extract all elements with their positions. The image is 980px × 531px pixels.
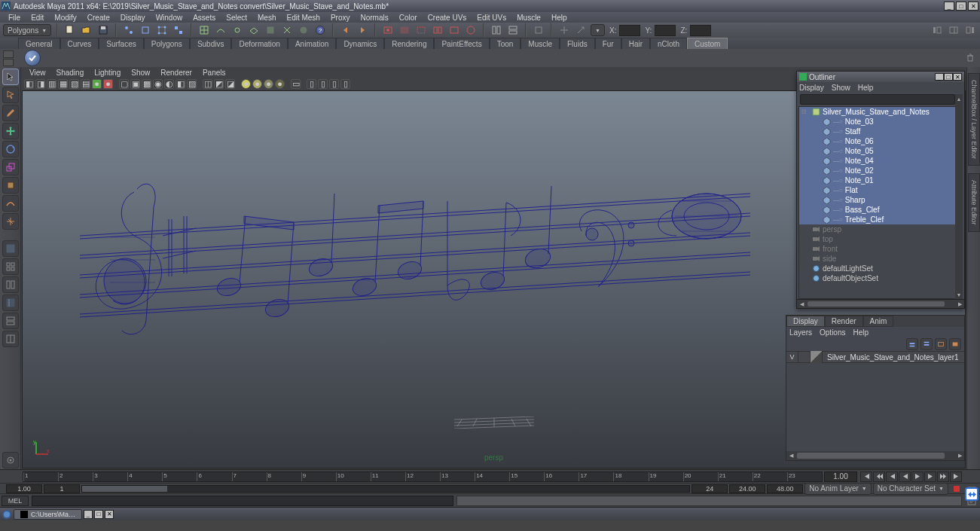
outliner-list[interactable]: ⊟Silver_Music_Stave_and_Notes—○ Note_03—… xyxy=(798,106,957,299)
relative-transform-icon[interactable] xyxy=(574,23,588,37)
outliner-title-bar[interactable]: Outliner _ □ ✕ xyxy=(797,72,964,82)
expand-toggle-icon[interactable]: ⊟ xyxy=(801,108,808,115)
menu-set-dropdown[interactable]: Polygons▼ xyxy=(3,24,51,36)
layer-row[interactable]: V Silver_Music_Stave_and_Notes_layer1 xyxy=(786,351,964,363)
panel-grease-icon[interactable]: ▧ xyxy=(69,79,79,89)
outliner-item[interactable]: persp xyxy=(799,224,956,234)
layout2-icon[interactable] xyxy=(506,23,520,37)
two-side-layout[interactable] xyxy=(2,276,19,293)
y-input[interactable] xyxy=(655,25,676,36)
current-time-input[interactable] xyxy=(824,471,857,482)
snap-plane-icon[interactable] xyxy=(247,23,261,37)
select-object-icon[interactable] xyxy=(139,23,152,37)
close-button[interactable]: ✕ xyxy=(968,2,978,11)
panel-wireframe-icon[interactable]: ▢ xyxy=(119,79,129,89)
panel-grid-icon[interactable]: ▤ xyxy=(81,79,90,89)
snap-live-icon[interactable] xyxy=(264,23,277,37)
z-input[interactable] xyxy=(690,25,711,36)
play-forward-button[interactable] xyxy=(911,471,924,482)
step-forward-key-button[interactable] xyxy=(937,471,949,482)
panel-menu-panels[interactable]: Panels xyxy=(197,69,231,77)
panel-menu-lighting[interactable]: Lighting xyxy=(89,69,126,77)
outliner-menu-display[interactable]: Display xyxy=(799,84,824,92)
step-back-key-button[interactable] xyxy=(873,471,885,482)
range-end-inner-input[interactable] xyxy=(691,484,728,493)
select-hierarchy-icon[interactable] xyxy=(122,23,136,37)
outliner-item[interactable]: —○ Flat xyxy=(799,185,956,195)
transform-mode-dropdown[interactable]: ▼ xyxy=(591,24,605,36)
layer-type-toggle[interactable] xyxy=(798,351,811,363)
range-start-inner-input[interactable] xyxy=(44,484,80,493)
layer-hscrollbar[interactable]: ◀ ▶ xyxy=(786,451,964,460)
render-view-icon[interactable] xyxy=(447,23,461,37)
attribute-editor-tab[interactable]: Attribute Editor xyxy=(968,173,980,232)
outliner-item[interactable]: —○ Sharp xyxy=(799,195,956,205)
panel-cam1-icon[interactable]: ▯ xyxy=(307,79,316,89)
range-end-outer-input[interactable] xyxy=(729,484,765,493)
shelf-tab-subdivs[interactable]: Subdivs xyxy=(190,38,232,49)
panel-wire-shaded-icon[interactable]: ◪ xyxy=(225,79,235,89)
panel-smooth-icon[interactable]: ▣ xyxy=(130,79,140,89)
panel-menu-view[interactable]: View xyxy=(24,69,51,77)
panel-sel-hilite-icon[interactable]: ◩ xyxy=(214,79,224,89)
panel-shadows-icon[interactable]: ◐ xyxy=(164,79,174,89)
teamviewer-tray-icon[interactable] xyxy=(965,487,978,501)
snap-view-icon[interactable] xyxy=(280,23,294,37)
history-out-icon[interactable] xyxy=(356,23,369,37)
layer-move-up-icon[interactable] xyxy=(906,338,918,350)
shelf-tab-ncloth[interactable]: nCloth xyxy=(650,38,687,49)
menu-normals[interactable]: Normals xyxy=(356,14,394,22)
help-icon[interactable]: ? xyxy=(313,23,327,37)
ipr-render-icon[interactable] xyxy=(398,23,411,37)
panel-cam4-icon[interactable]: ▯ xyxy=(340,79,350,89)
outliner-item[interactable]: —○ Note_03 xyxy=(799,117,956,127)
snap-grid-icon[interactable] xyxy=(197,23,211,37)
maximize-button[interactable]: □ xyxy=(956,2,966,11)
panel-textured-icon[interactable]: ▩ xyxy=(142,79,151,89)
shelf-tab-surfaces[interactable]: Surfaces xyxy=(99,38,143,49)
outliner-menu-show[interactable]: Show xyxy=(832,84,850,92)
shelf-tab-polygons[interactable]: Polygons xyxy=(144,38,190,49)
outliner-item[interactable]: —○ Staff xyxy=(799,127,956,136)
snap-live-obj-icon[interactable] xyxy=(297,23,310,37)
command-input[interactable] xyxy=(32,496,453,506)
select-mask-icon[interactable] xyxy=(172,23,185,37)
outliner-minimize-button[interactable]: _ xyxy=(935,73,944,81)
sidebar-toggle1-icon[interactable] xyxy=(930,23,944,37)
menu-display[interactable]: Display xyxy=(115,14,151,22)
tool-settings-icon[interactable] xyxy=(2,452,19,468)
outliner-item[interactable]: —○ Note_02 xyxy=(799,166,956,175)
start-button[interactable] xyxy=(2,509,12,520)
channelbox-tab[interactable]: ChannelBox / Layer Editor xyxy=(968,73,980,166)
render-globals-icon[interactable] xyxy=(464,23,478,37)
auto-key-icon[interactable] xyxy=(950,482,963,496)
menu-select[interactable]: Select xyxy=(221,14,252,22)
panel-xray-icon[interactable]: ▨ xyxy=(187,79,197,89)
shelf-tab-custom[interactable]: Custom xyxy=(687,38,728,49)
outliner-item[interactable]: defaultObjectSet xyxy=(799,273,956,283)
panel-image-plane-icon[interactable]: ▥ xyxy=(47,79,56,89)
outliner-item[interactable]: front xyxy=(799,244,956,254)
shelf-edit-icon[interactable] xyxy=(3,59,14,66)
step-back-button[interactable] xyxy=(886,471,898,482)
menu-edit-mesh[interactable]: Edit Mesh xyxy=(281,14,325,22)
shelf-tab-toon[interactable]: Toon xyxy=(490,38,521,49)
script-lang-button[interactable]: MEL xyxy=(2,496,29,506)
panel-bookmark-icon[interactable]: ◨ xyxy=(35,79,45,89)
soft-mod-tool[interactable] xyxy=(2,195,19,212)
render-frame-icon[interactable] xyxy=(381,23,395,37)
go-to-end-button[interactable] xyxy=(950,471,962,482)
snap-point-icon[interactable] xyxy=(230,23,244,37)
go-to-start-button[interactable] xyxy=(860,471,872,482)
taskbar-minimize-button[interactable]: _ xyxy=(84,510,93,519)
layer-selected-icon[interactable] xyxy=(949,338,961,350)
absolute-transform-icon[interactable] xyxy=(557,23,571,37)
outliner-item[interactable]: ⊟Silver_Music_Stave_and_Notes xyxy=(799,107,956,117)
outliner-close-button[interactable]: ✕ xyxy=(953,73,962,81)
outliner-item[interactable]: defaultLightSet xyxy=(799,264,956,273)
new-scene-icon[interactable] xyxy=(63,23,77,37)
shelf-tab-fluids[interactable]: Fluids xyxy=(560,38,595,49)
menu-color[interactable]: Color xyxy=(394,14,423,22)
panel-light1-icon[interactable]: ● xyxy=(241,79,251,89)
layer-move-down-icon[interactable] xyxy=(920,338,933,350)
